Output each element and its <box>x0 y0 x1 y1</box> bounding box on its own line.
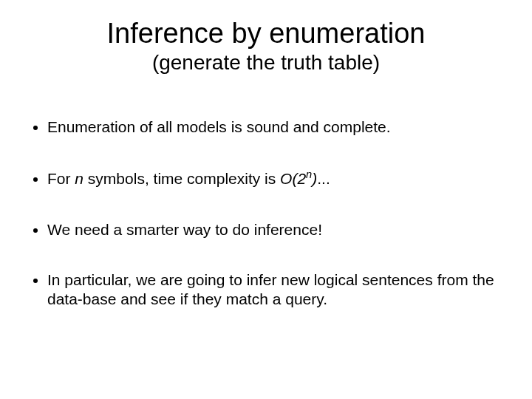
slide-subtitle: (generate the truth table) <box>27 51 505 75</box>
bullet-list: Enumeration of all models is sound and c… <box>27 117 505 309</box>
text: For <box>47 170 75 187</box>
list-item: In particular, we are going to infer new… <box>47 270 505 310</box>
variable-n: n <box>75 170 83 187</box>
slide: Inference by enumeration (generate the t… <box>0 0 532 399</box>
text: symbols, time complexity is <box>83 170 280 187</box>
slide-title: Inference by enumeration <box>27 18 505 50</box>
text: ... <box>317 170 330 187</box>
complexity-o2: O(2 <box>280 170 306 187</box>
list-item: We need a smarter way to do inference! <box>47 220 505 239</box>
list-item: For n symbols, time complexity is O(2n).… <box>47 168 505 188</box>
list-item: Enumeration of all models is sound and c… <box>47 117 505 137</box>
